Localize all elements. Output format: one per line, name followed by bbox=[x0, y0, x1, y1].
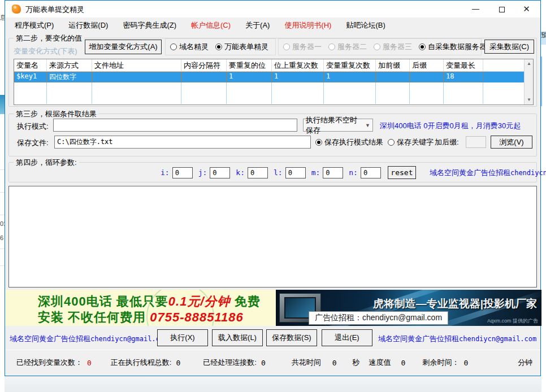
step2-group: 第二步，要变化的值 变量变化方式(下表) 增加变量变化方式(A) 域名精灵 万能… bbox=[8, 38, 537, 107]
background-line bbox=[0, 215, 5, 215]
left-ad-banner[interactable]: 深圳400电话 最低只要0.1元/分钟 免费 安装 不收任何费用 0755-88… bbox=[5, 290, 276, 326]
cell-file-path bbox=[92, 72, 181, 82]
variable-table-header: 变量名 来源方式 文件地址 内容分隔符 要重复的位 位上重复次数 变量重复次数 … bbox=[14, 59, 533, 72]
save-mode-dropdown[interactable]: 执行结果不空时保存 ▼ bbox=[303, 119, 373, 132]
bottom-left-ad-link[interactable]: 域名空间黄金广告位招租chendiycn@gmail.com bbox=[10, 334, 168, 344]
step3-group-title: 第三步，根据条件取结果 bbox=[14, 109, 99, 119]
save-file-input[interactable]: C:\四位数字.txt bbox=[54, 136, 311, 149]
radio-server-3-label: 服务器三 bbox=[383, 42, 412, 52]
collect-data-button[interactable]: 采集数据(C) bbox=[484, 40, 534, 54]
col-header-digit-repeat-count[interactable]: 位上重复次数 bbox=[272, 59, 324, 71]
background-left-sliver: 息 01 6 bbox=[0, 0, 5, 392]
radio-server-1[interactable] bbox=[283, 43, 290, 50]
radio-save-exec-result[interactable] bbox=[315, 139, 322, 146]
param-l-input[interactable]: 0 bbox=[285, 167, 306, 178]
param-k-label: k: bbox=[236, 168, 245, 177]
col-header-separator[interactable]: 内容分隔符 bbox=[181, 59, 227, 71]
status-threads-value: 0 bbox=[176, 359, 180, 367]
execute-button[interactable]: 执行(X) bbox=[157, 329, 208, 346]
menu-item-about[interactable]: 关于(A) bbox=[238, 18, 277, 33]
left-ad-seg2-red: 0755-88851186 bbox=[150, 310, 244, 324]
right-ad-title: 虎将制造—专业监视器|投影机厂家 bbox=[373, 297, 537, 311]
status-speed-value: 0 bbox=[401, 359, 406, 367]
radio-self-collect-server[interactable] bbox=[419, 43, 426, 50]
scroll-down-icon[interactable]: ▼ bbox=[525, 95, 534, 104]
radio-domain-wizard[interactable] bbox=[170, 43, 177, 50]
menu-item-password-dict[interactable]: 密码字典生成(Z) bbox=[115, 18, 184, 33]
background-teal-block bbox=[0, 95, 5, 114]
table-row-selected[interactable]: $key1 四位数字 1 1 1 18 bbox=[14, 72, 533, 82]
col-header-max-length[interactable]: 变量最长 bbox=[444, 59, 483, 71]
step3-ad-link[interactable]: 深圳400电话 0开启费0月租，月消费30元起 bbox=[380, 121, 521, 131]
menu-item-program-mode[interactable]: 程序模式(P) bbox=[7, 18, 61, 33]
chevron-down-icon: ▼ bbox=[365, 123, 370, 128]
param-i-input[interactable]: 0 bbox=[172, 167, 193, 178]
maximize-button[interactable] bbox=[489, 1, 514, 18]
status-found-value: 0 bbox=[87, 359, 92, 367]
save-mode-dropdown-value: 执行结果不空时保存 bbox=[306, 115, 362, 136]
reset-button[interactable]: reset bbox=[388, 166, 416, 179]
close-button[interactable]: ✕ bbox=[514, 1, 539, 18]
col-header-suffix[interactable]: 后缀 bbox=[410, 59, 444, 71]
bottom-right-ad-link[interactable]: 域名空间黄金广告位招租chendiycn@gmail.com bbox=[378, 334, 536, 344]
bottom-right-ad-link-text: 域名空间黄金广告位招租 bbox=[378, 334, 459, 343]
step3-group: 第三步，根据条件取结果 执行模式: 执行结果不空时保存 ▼ 深圳400电话 0开… bbox=[8, 114, 537, 156]
param-m-input[interactable]: 0 bbox=[323, 167, 343, 178]
step4-ad-link-text: 域名空间黄金广告位招租 bbox=[430, 168, 510, 177]
radio-form-wizard-label: 万能表单精灵 bbox=[224, 42, 268, 52]
add-variable-button[interactable]: 增加变量变化方式(A) bbox=[85, 40, 162, 54]
browse-button[interactable]: 浏览(V) bbox=[491, 136, 532, 149]
radio-form-wizard[interactable] bbox=[215, 43, 222, 50]
cell-prefix bbox=[376, 72, 410, 82]
table-scrollbar[interactable]: ▲ ▼ bbox=[524, 59, 533, 104]
menu-item-run-data[interactable]: 运行数据(D) bbox=[61, 18, 115, 33]
bottom-left-ad-link-email: chendiycn@gmail.com bbox=[90, 335, 168, 343]
exit-button[interactable]: 退出(E) bbox=[322, 329, 372, 346]
minimize-button[interactable]: — bbox=[463, 1, 488, 18]
param-j-input[interactable]: 0 bbox=[210, 167, 230, 178]
table-row-empty[interactable] bbox=[14, 82, 533, 93]
exec-mode-input[interactable] bbox=[53, 119, 297, 132]
scroll-up-icon[interactable]: ▲ bbox=[525, 59, 534, 68]
radio-server-3[interactable] bbox=[374, 43, 380, 50]
col-header-repeat-digit[interactable]: 要重复的位 bbox=[227, 59, 272, 71]
col-header-prefix[interactable]: 加前缀 bbox=[376, 59, 410, 71]
menu-item-manual[interactable]: 使用说明书(H) bbox=[277, 18, 339, 33]
radio-server-2[interactable] bbox=[328, 43, 335, 50]
param-k-input[interactable]: 0 bbox=[248, 167, 268, 178]
status-connections-value: 0 bbox=[261, 359, 266, 367]
menu-item-forum[interactable]: 贴吧论坛(B) bbox=[339, 18, 392, 33]
save-file-label: 保存文件: bbox=[17, 138, 49, 148]
status-remain-value: 0 bbox=[463, 359, 468, 367]
background-line bbox=[0, 265, 5, 266]
param-j-label: j: bbox=[198, 168, 207, 177]
status-found-label: 已经找到变量次数： bbox=[16, 358, 83, 368]
suffix-input[interactable] bbox=[466, 136, 486, 148]
mode-radio-group: 域名精灵 万能表单精灵 bbox=[165, 38, 276, 55]
save-data-button[interactable]: 保存数据(S) bbox=[266, 329, 317, 346]
col-header-source-type[interactable]: 来源方式 bbox=[47, 59, 92, 71]
exec-mode-label: 执行模式: bbox=[17, 121, 49, 132]
background-line bbox=[541, 56, 542, 106]
table-row-empty[interactable] bbox=[14, 93, 533, 104]
status-threads-label: 正在执行线程总数: bbox=[111, 358, 172, 368]
status-time-unit: 秒 bbox=[353, 358, 360, 368]
col-header-file-path[interactable]: 文件地址 bbox=[92, 59, 181, 71]
step4-ad-link[interactable]: 域名空间黄金广告位招租chendiycn@gmail.com bbox=[430, 168, 546, 178]
col-header-var-repeat-count[interactable]: 变量重复次数 bbox=[324, 59, 376, 71]
output-textarea[interactable] bbox=[8, 186, 537, 288]
variable-table[interactable]: 变量名 来源方式 文件地址 内容分隔符 要重复的位 位上重复次数 变量重复次数 … bbox=[14, 59, 534, 105]
cell-repeat-digit: 1 bbox=[227, 72, 272, 82]
status-remain-label: 剩余时间： bbox=[422, 358, 459, 368]
load-data-button[interactable]: 载入数据(L) bbox=[212, 329, 263, 346]
background-right-sliver: 预 bbox=[541, 0, 546, 392]
right-ad-banner[interactable]: 虎将制造—专业监视器|投影机厂家 广告位招租：chendiycn@gmail.c… bbox=[276, 290, 541, 326]
radio-save-keyword[interactable] bbox=[388, 139, 395, 146]
radio-save-keyword-label: 保存关键字 bbox=[397, 137, 434, 147]
param-n-input[interactable]: 0 bbox=[361, 167, 381, 178]
status-bar: 已经找到变量次数： 0 正在执行线程总数: 0 已经处理连接数: 0 共花时间 … bbox=[5, 352, 540, 373]
menu-item-account-info[interactable]: 帐户信息(C) bbox=[184, 18, 238, 33]
radio-self-collect-server-label: 自采集数据服务器 bbox=[428, 42, 487, 52]
col-header-variable-name[interactable]: 变量名 bbox=[14, 59, 47, 71]
menu-bar: 程序模式(P) 运行数据(D) 密码字典生成(Z) 帐户信息(C) 关于(A) … bbox=[5, 18, 540, 33]
